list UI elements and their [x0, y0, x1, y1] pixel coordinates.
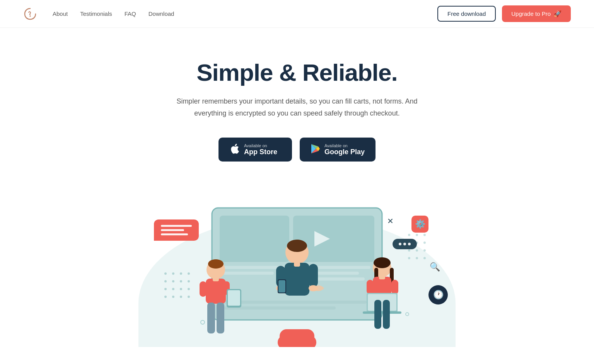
app-store-button[interactable]: Available on App Store [218, 138, 292, 162]
speech-bubble-dots [393, 239, 417, 249]
nav-item-faq[interactable]: FAQ [125, 10, 136, 17]
nav-link-download[interactable]: Download [148, 10, 174, 17]
svg-rect-69 [363, 311, 401, 314]
red-bottom-button [280, 329, 314, 343]
nav-link-testimonials[interactable]: Testimonials [80, 10, 112, 17]
svg-rect-70 [374, 300, 381, 329]
svg-rect-35 [220, 266, 285, 269]
settings-badge: ⚙️ [411, 216, 428, 233]
svg-rect-36 [220, 272, 274, 275]
rocket-icon: 🚀 [554, 10, 562, 17]
illustration-content: ⚙️ ✕ 🔍 🕐 [123, 200, 471, 347]
svg-rect-42 [206, 279, 226, 304]
logo[interactable] [23, 7, 37, 21]
svg-point-51 [287, 240, 307, 252]
svg-rect-65 [367, 280, 374, 294]
google-play-available: Available on [324, 143, 365, 148]
free-download-button[interactable]: Free download [437, 6, 496, 22]
nav-right: Free download Upgrade to Pro 🚀 [437, 5, 571, 22]
svg-rect-47 [207, 303, 215, 333]
navbar: About Testimonials FAQ Download Free dow… [0, 0, 594, 28]
svg-rect-30 [220, 216, 289, 262]
chat-line-2 [161, 229, 184, 231]
chat-line-1 [161, 225, 192, 227]
hero-subtitle: Simpler remembers your important details… [166, 95, 428, 119]
google-play-button[interactable]: Available on Google Play [300, 138, 376, 162]
app-store-name: App Store [244, 148, 277, 156]
svg-rect-59 [278, 280, 285, 293]
svg-rect-71 [383, 300, 390, 329]
svg-rect-37 [220, 301, 367, 304]
nav-link-faq[interactable]: FAQ [125, 10, 136, 17]
illustration-section: ⚙️ ✕ 🔍 🕐 [0, 185, 594, 347]
store-buttons: Available on App Store Available on Goog… [8, 138, 586, 162]
nav-link-about[interactable]: About [53, 10, 68, 17]
google-play-text: Available on Google Play [324, 143, 365, 156]
svg-rect-48 [217, 303, 224, 333]
svg-rect-57 [294, 262, 300, 267]
svg-rect-49 [213, 277, 219, 281]
google-play-name: Google Play [324, 148, 365, 156]
svg-point-0 [30, 15, 31, 17]
dot-1 [399, 243, 401, 245]
dot-3 [408, 243, 411, 245]
hero-title: Simple & Reliable. [8, 59, 586, 86]
apple-icon [229, 143, 239, 156]
app-store-available: Available on [244, 143, 277, 148]
nav-item-testimonials[interactable]: Testimonials [80, 10, 112, 17]
google-play-icon [311, 143, 320, 156]
dot-2 [403, 243, 406, 245]
upgrade-label: Upgrade to Pro [511, 10, 551, 17]
nav-links: About Testimonials FAQ Download [53, 10, 174, 17]
close-badge: ✕ [387, 216, 394, 226]
svg-rect-66 [391, 280, 398, 294]
chat-lines [161, 225, 192, 235]
svg-rect-52 [285, 263, 309, 296]
search-icon: 🔍 [430, 262, 440, 272]
svg-rect-72 [379, 276, 385, 279]
app-store-text: Available on App Store [244, 143, 277, 156]
hero-section: Simple & Reliable. Simpler remembers you… [0, 28, 594, 185]
svg-rect-43 [200, 281, 207, 297]
svg-rect-54 [309, 264, 318, 287]
chat-bubble [154, 219, 199, 241]
svg-rect-68 [368, 294, 396, 311]
upgrade-button[interactable]: Upgrade to Pro 🚀 [502, 5, 571, 22]
nav-item-download[interactable]: Download [148, 10, 174, 17]
nav-item-about[interactable]: About [53, 10, 68, 17]
nav-left: About Testimonials FAQ Download [23, 7, 174, 21]
svg-point-61 [374, 257, 391, 268]
svg-point-41 [208, 259, 224, 269]
clock-badge: 🕐 [428, 285, 448, 304]
svg-rect-46 [228, 290, 240, 306]
chat-line-3 [161, 233, 188, 235]
